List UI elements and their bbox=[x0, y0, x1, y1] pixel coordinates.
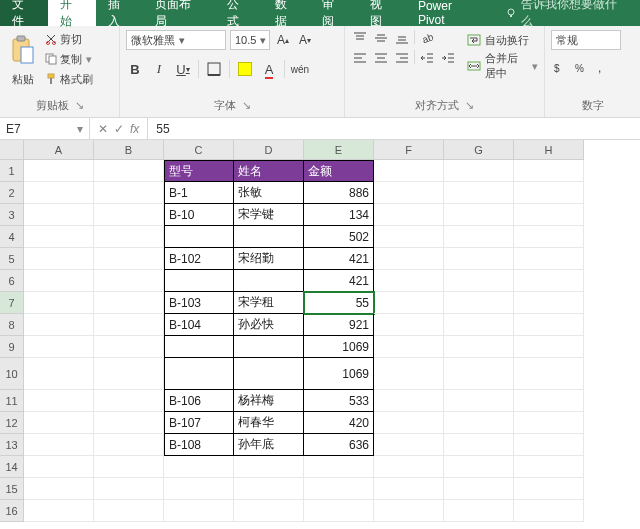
percent-button[interactable]: % bbox=[572, 60, 590, 76]
cell-C12[interactable]: B-107 bbox=[164, 412, 234, 434]
cell-G10[interactable] bbox=[444, 358, 514, 390]
decrease-font-button[interactable]: A▾ bbox=[296, 30, 314, 50]
orientation-button[interactable]: ab bbox=[418, 30, 436, 46]
cell-E13[interactable]: 636 bbox=[304, 434, 374, 456]
column-header-G[interactable]: G bbox=[444, 140, 514, 160]
row-header[interactable]: 6 bbox=[0, 270, 24, 292]
enter-icon[interactable]: ✓ bbox=[114, 122, 124, 136]
column-header-E[interactable]: E bbox=[304, 140, 374, 160]
name-box[interactable]: E7▾ bbox=[0, 118, 90, 139]
cell-F4[interactable] bbox=[374, 226, 444, 248]
cell-A14[interactable] bbox=[24, 456, 94, 478]
format-painter-button[interactable]: 格式刷 bbox=[44, 70, 93, 88]
cell-F3[interactable] bbox=[374, 204, 444, 226]
cell-D13[interactable]: 孙年底 bbox=[234, 434, 304, 456]
cell-C6[interactable] bbox=[164, 270, 234, 292]
cell-A15[interactable] bbox=[24, 478, 94, 500]
cell-E9[interactable]: 1069 bbox=[304, 336, 374, 358]
fx-icon[interactable]: fx bbox=[130, 122, 139, 136]
cell-E5[interactable]: 421 bbox=[304, 248, 374, 270]
cell-F15[interactable] bbox=[374, 478, 444, 500]
cell-H6[interactable] bbox=[514, 270, 584, 292]
row-header[interactable]: 5 bbox=[0, 248, 24, 270]
cell-F14[interactable] bbox=[374, 456, 444, 478]
cell-E16[interactable] bbox=[304, 500, 374, 522]
align-right-button[interactable] bbox=[393, 50, 411, 66]
cell-A8[interactable] bbox=[24, 314, 94, 336]
column-header-A[interactable]: A bbox=[24, 140, 94, 160]
column-header-H[interactable]: H bbox=[514, 140, 584, 160]
cell-D11[interactable]: 杨祥梅 bbox=[234, 390, 304, 412]
cell-G2[interactable] bbox=[444, 182, 514, 204]
spreadsheet-grid[interactable]: ABCDEFGH 1型号姓名金额2B-1张敏8863B-10宋学键1344502… bbox=[0, 140, 640, 522]
cell-F6[interactable] bbox=[374, 270, 444, 292]
cell-A2[interactable] bbox=[24, 182, 94, 204]
cell-D9[interactable] bbox=[234, 336, 304, 358]
paste-button[interactable] bbox=[6, 30, 40, 70]
cell-A3[interactable] bbox=[24, 204, 94, 226]
tab-review[interactable]: 审阅 bbox=[310, 0, 358, 26]
cell-F8[interactable] bbox=[374, 314, 444, 336]
cell-H10[interactable] bbox=[514, 358, 584, 390]
cell-B1[interactable] bbox=[94, 160, 164, 182]
tab-file[interactable]: 文件 bbox=[0, 0, 48, 26]
cell-B15[interactable] bbox=[94, 478, 164, 500]
align-left-button[interactable] bbox=[351, 50, 369, 66]
align-center-button[interactable] bbox=[372, 50, 390, 66]
cell-D5[interactable]: 宋绍勤 bbox=[234, 248, 304, 270]
decrease-indent-button[interactable] bbox=[418, 50, 436, 66]
column-header-D[interactable]: D bbox=[234, 140, 304, 160]
cell-C2[interactable]: B-1 bbox=[164, 182, 234, 204]
bold-button[interactable]: B bbox=[126, 60, 144, 78]
cell-E11[interactable]: 533 bbox=[304, 390, 374, 412]
cell-B9[interactable] bbox=[94, 336, 164, 358]
accounting-button[interactable]: $ bbox=[551, 60, 569, 76]
row-header[interactable]: 4 bbox=[0, 226, 24, 248]
cell-H11[interactable] bbox=[514, 390, 584, 412]
cell-B16[interactable] bbox=[94, 500, 164, 522]
cell-C16[interactable] bbox=[164, 500, 234, 522]
row-header[interactable]: 9 bbox=[0, 336, 24, 358]
cell-E1[interactable]: 金额 bbox=[304, 160, 374, 182]
phonetic-button[interactable]: wén bbox=[291, 60, 309, 78]
tab-view[interactable]: 视图 bbox=[358, 0, 406, 26]
cell-A16[interactable] bbox=[24, 500, 94, 522]
font-name-combo[interactable]: 微软雅黑▾ bbox=[126, 30, 226, 50]
cell-A4[interactable] bbox=[24, 226, 94, 248]
cell-C1[interactable]: 型号 bbox=[164, 160, 234, 182]
cell-A13[interactable] bbox=[24, 434, 94, 456]
cell-E6[interactable]: 421 bbox=[304, 270, 374, 292]
row-header[interactable]: 16 bbox=[0, 500, 24, 522]
cell-F13[interactable] bbox=[374, 434, 444, 456]
cell-F2[interactable] bbox=[374, 182, 444, 204]
column-header-F[interactable]: F bbox=[374, 140, 444, 160]
cell-D3[interactable]: 宋学键 bbox=[234, 204, 304, 226]
increase-indent-button[interactable] bbox=[439, 50, 457, 66]
merge-center-button[interactable]: 合并后居中▾ bbox=[467, 56, 538, 76]
cell-F1[interactable] bbox=[374, 160, 444, 182]
cell-G5[interactable] bbox=[444, 248, 514, 270]
cell-E8[interactable]: 921 bbox=[304, 314, 374, 336]
cell-H13[interactable] bbox=[514, 434, 584, 456]
row-header[interactable]: 13 bbox=[0, 434, 24, 456]
row-header[interactable]: 11 bbox=[0, 390, 24, 412]
cell-B12[interactable] bbox=[94, 412, 164, 434]
tab-insert[interactable]: 插入 bbox=[96, 0, 144, 26]
cell-G7[interactable] bbox=[444, 292, 514, 314]
cell-D10[interactable] bbox=[234, 358, 304, 390]
align-bottom-button[interactable] bbox=[393, 30, 411, 46]
cell-A10[interactable] bbox=[24, 358, 94, 390]
font-size-combo[interactable]: 10.5▾ bbox=[230, 30, 270, 50]
cell-D2[interactable]: 张敏 bbox=[234, 182, 304, 204]
cell-G13[interactable] bbox=[444, 434, 514, 456]
row-header[interactable]: 3 bbox=[0, 204, 24, 226]
cell-G12[interactable] bbox=[444, 412, 514, 434]
cell-A12[interactable] bbox=[24, 412, 94, 434]
cancel-icon[interactable]: ✕ bbox=[98, 122, 108, 136]
cell-A7[interactable] bbox=[24, 292, 94, 314]
dialog-launcher-icon[interactable]: ↘ bbox=[75, 99, 84, 112]
cell-H1[interactable] bbox=[514, 160, 584, 182]
cell-B8[interactable] bbox=[94, 314, 164, 336]
cell-F5[interactable] bbox=[374, 248, 444, 270]
cell-A6[interactable] bbox=[24, 270, 94, 292]
